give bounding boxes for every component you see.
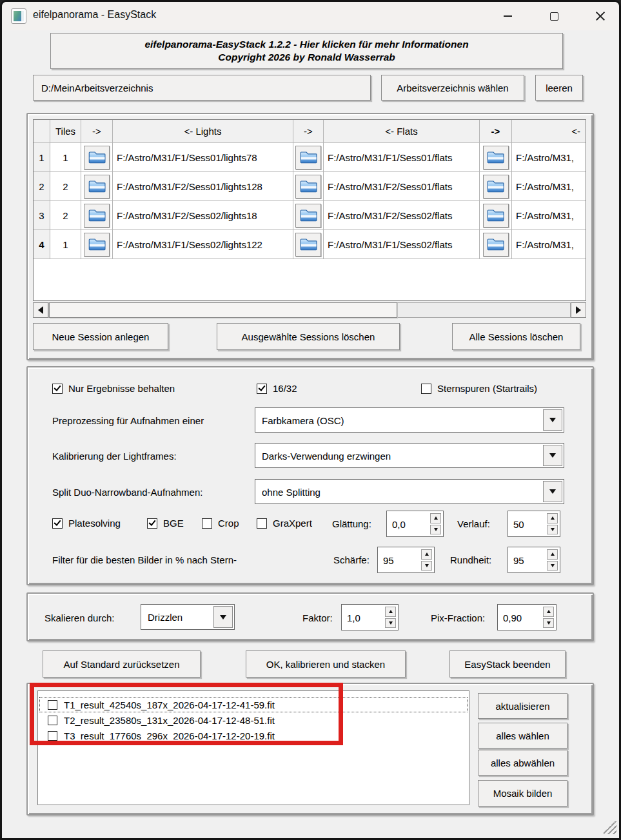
factor-spinner[interactable]: 1,0 <box>341 604 399 630</box>
roundness-spinner[interactable]: 95 <box>508 547 560 573</box>
bge-checkbox[interactable]: BGE <box>147 518 184 529</box>
checkbox[interactable] <box>421 384 431 394</box>
row-number[interactable]: 3 <box>34 201 50 230</box>
darks-path[interactable]: F:/Astro/M31, <box>512 201 586 230</box>
delete-selected-sessions-button[interactable]: Ausgewählte Sessions löschen <box>217 323 400 350</box>
darks-path[interactable]: F:/Astro/M31, <box>512 230 586 259</box>
tiles-value[interactable]: 1 <box>50 230 81 259</box>
preprocessing-dropdown[interactable]: Farbkamera (OSC) <box>255 407 564 433</box>
select-all-button[interactable]: alles wählen <box>478 723 567 748</box>
spin-down-button[interactable] <box>547 525 558 535</box>
quit-button[interactable]: EasyStack beenden <box>449 650 566 678</box>
darks-folder-button[interactable] <box>483 175 509 199</box>
reset-defaults-button[interactable]: Auf Standard zurücksetzen <box>43 650 201 678</box>
tiles-value[interactable]: 2 <box>50 172 81 201</box>
tiles-value[interactable]: 2 <box>50 201 81 230</box>
gradient-spinner[interactable]: 50 <box>508 511 560 537</box>
crop-checkbox[interactable]: Crop <box>202 518 239 529</box>
spin-up-button[interactable] <box>430 513 441 523</box>
checkbox[interactable] <box>52 384 63 394</box>
workdir-field[interactable]: D:/MeinArbeitsverzeichnis <box>33 75 371 101</box>
spin-down-button[interactable] <box>385 618 396 629</box>
spin-down-button[interactable] <box>430 525 441 535</box>
spin-up-button[interactable] <box>385 607 396 617</box>
spin-up-button[interactable] <box>547 549 558 560</box>
spin-up-button[interactable] <box>547 513 558 523</box>
minimize-button[interactable] <box>491 2 524 30</box>
flats-path[interactable]: F:/Astro/M31/F2/Sess01/flats <box>324 172 480 201</box>
darks-folder-button[interactable] <box>483 233 509 257</box>
scroll-left-button[interactable] <box>33 302 48 318</box>
title-bar[interactable]: eifelpanorama - EasyStack <box>2 2 619 30</box>
checkbox[interactable] <box>257 518 267 529</box>
flats-folder-button[interactable] <box>295 204 321 228</box>
lights-folder-button[interactable] <box>84 146 110 170</box>
checkbox[interactable] <box>48 731 57 741</box>
deselect-all-button[interactable]: alles abwählen <box>478 750 567 776</box>
spin-down-button[interactable] <box>547 561 558 571</box>
dropdown-button[interactable] <box>213 606 233 628</box>
result-item[interactable]: T1_result_42540s_187x_2026-04-17-12-41-5… <box>39 697 468 712</box>
spin-down-button[interactable] <box>421 561 432 571</box>
flats-path[interactable]: F:/Astro/M31/F2/Sess02/flats <box>324 201 480 230</box>
flats-folder-button[interactable] <box>295 233 321 257</box>
close-button[interactable] <box>584 2 617 30</box>
scaling-method-dropdown[interactable]: Drizzlen <box>141 604 235 630</box>
lights-path[interactable]: F:/Astro/M31/F2/Sess01/lights128 <box>113 172 293 201</box>
lights-folder-button[interactable] <box>84 204 110 228</box>
spin-up-button[interactable] <box>421 549 432 560</box>
spin-up-button[interactable] <box>543 607 554 617</box>
flats-path[interactable]: F:/Astro/M31/F1/Sess01/flats <box>324 143 480 172</box>
session-row[interactable]: 4 1 F:/Astro/M31/F1/Sess02/lights122 F:/… <box>34 230 586 259</box>
new-session-button[interactable]: Neue Session anlegen <box>33 323 168 350</box>
dropdown-button[interactable] <box>543 481 562 502</box>
hscrollbar-thumb[interactable] <box>49 302 397 318</box>
startrails-checkbox[interactable]: Sternspuren (Startrails) <box>421 383 537 394</box>
checkbox[interactable] <box>48 716 57 725</box>
bits-checkbox[interactable]: 16/32 <box>257 383 297 394</box>
scroll-right-button[interactable] <box>571 302 586 318</box>
calibration-dropdown[interactable]: Darks-Verwendung erzwingen <box>255 443 564 468</box>
sharpness-spinner[interactable]: 95 <box>377 547 435 573</box>
dropdown-button[interactable] <box>543 445 562 466</box>
result-item[interactable]: T2_result_23580s_131x_2026-04-17-12-48-5… <box>39 712 468 728</box>
tiles-value[interactable]: 1 <box>50 143 81 172</box>
results-listbox[interactable]: T1_result_42540s_187x_2026-04-17-12-41-5… <box>37 690 469 805</box>
lights-folder-button[interactable] <box>84 175 110 199</box>
smoothing-spinner[interactable]: 0,0 <box>386 511 444 537</box>
lights-folder-button[interactable] <box>84 233 110 257</box>
checkbox[interactable] <box>48 700 57 710</box>
refresh-results-button[interactable]: aktualisieren <box>478 693 567 719</box>
checkbox[interactable] <box>52 518 63 529</box>
session-row[interactable]: 3 2 F:/Astro/M31/F2/Sess02/lights18 F:/A… <box>34 201 586 230</box>
row-number[interactable]: 1 <box>34 143 50 172</box>
result-item[interactable]: T3_result_17760s_296x_2026-04-17-12-20-1… <box>39 728 468 743</box>
row-number[interactable]: 2 <box>34 172 50 201</box>
lights-path[interactable]: F:/Astro/M31/F1/Sess02/lights122 <box>113 230 293 259</box>
ok-calibrate-stack-button[interactable]: OK, kalibrieren und stacken <box>246 650 406 678</box>
row-number[interactable]: 4 <box>34 230 50 259</box>
darks-path[interactable]: F:/Astro/M31, <box>512 172 586 201</box>
info-banner-button[interactable]: eifelpanorama-EasyStack 1.2.2 - Hier kli… <box>50 33 563 69</box>
choose-workdir-button[interactable]: Arbeitsverzeichnis wählen <box>381 75 524 101</box>
pix-fraction-spinner[interactable]: 0,90 <box>497 604 557 630</box>
delete-all-sessions-button[interactable]: Alle Sessions löschen <box>452 323 580 350</box>
platesolving-checkbox[interactable]: Platesolving <box>52 518 121 529</box>
flats-folder-button[interactable] <box>295 146 321 170</box>
dropdown-button[interactable] <box>543 409 562 431</box>
checkbox[interactable] <box>257 384 267 394</box>
flats-folder-button[interactable] <box>295 175 321 199</box>
spin-down-button[interactable] <box>543 618 554 629</box>
lights-path[interactable]: F:/Astro/M31/F1/Sess01/lights78 <box>113 143 293 172</box>
resize-grip[interactable] <box>604 821 616 834</box>
darks-path[interactable]: F:/Astro/M31, <box>512 143 586 172</box>
lights-path[interactable]: F:/Astro/M31/F2/Sess02/lights18 <box>113 201 293 230</box>
build-mosaic-button[interactable]: Mosaik bilden <box>478 780 567 806</box>
checkbox[interactable] <box>202 518 212 529</box>
session-row[interactable]: 2 2 F:/Astro/M31/F2/Sess01/lights128 F:/… <box>34 172 586 201</box>
maximize-button[interactable] <box>537 2 571 30</box>
split-dropdown[interactable]: ohne Splitting <box>255 479 564 504</box>
keep-results-checkbox[interactable]: Nur Ergebnisse behalten <box>52 383 175 394</box>
session-row[interactable]: 1 1 F:/Astro/M31/F1/Sess01/lights78 F:/A… <box>34 143 586 172</box>
clear-workdir-button[interactable]: leeren <box>535 75 583 101</box>
